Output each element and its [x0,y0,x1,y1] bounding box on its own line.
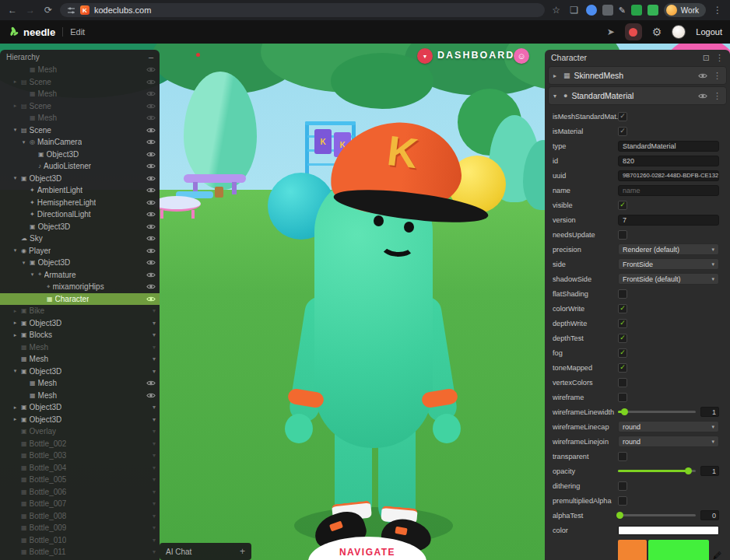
hierarchy-row[interactable]: ▦ Bottle_004 ▾ [0,462,160,474]
row-chevron-icon[interactable]: ▾ [153,440,156,447]
side-panel-icon[interactable]: ❏ [568,5,581,16]
slider-value[interactable]: 1 [700,466,719,476]
hierarchy-row[interactable]: ▣ Overlay ▾ [0,425,160,438]
visibility-eye-icon[interactable] [698,93,707,100]
hierarchy-row[interactable]: ▦ Mesh ▾ [0,377,160,390]
slider-track[interactable] [618,470,696,472]
hierarchy-row[interactable]: ▾ ▣ Object3D ▾ [0,257,160,269]
property-slider[interactable]: 1 [618,466,719,476]
logout-button[interactable]: Logout [696,27,722,37]
visibility-eye-icon[interactable] [146,187,156,194]
chevron-right-icon[interactable]: ▸ [553,72,560,79]
property-input[interactable]: 9B701260-0282-448D-BDFB-CE1326 [618,170,719,181]
hierarchy-row[interactable]: ▦ Bottle_005 ▾ [0,474,160,486]
property-checkbox[interactable]: ✓ [618,452,627,461]
expand-chevron-icon[interactable]: ▸ [12,404,19,411]
slider-value[interactable]: 0 [700,510,719,520]
property-input[interactable]: 7 [618,215,719,226]
visibility-eye-icon[interactable] [146,380,156,387]
hierarchy-row[interactable]: ✦ AmbientLight ▾ [0,184,160,197]
component-skinnedmesh[interactable]: ▸ ▦ SkinnedMesh ⋮ [548,66,727,85]
texture-swatch-orange[interactable] [618,540,647,560]
visibility-eye-icon[interactable] [146,79,156,86]
property-checkbox[interactable]: ✓ [618,304,627,313]
row-chevron-icon[interactable]: ▾ [153,428,156,435]
expand-chevron-icon[interactable]: ▾ [29,271,36,278]
site-info-icon[interactable] [67,6,75,15]
hierarchy-row[interactable]: ▦ Mesh ▾ [0,64,160,76]
slider-track[interactable] [618,514,696,516]
property-input[interactable]: 820 [618,156,719,166]
hierarchy-row[interactable]: ▦ Mesh ▾ [0,390,160,402]
expand-chevron-icon[interactable]: ▾ [20,260,27,266]
property-checkbox[interactable]: ✓ [618,201,627,210]
visibility-eye-icon[interactable] [146,271,156,278]
row-chevron-icon[interactable]: ▾ [153,452,156,459]
hierarchy-row[interactable]: ▣ Object3D ▾ [0,221,160,233]
expand-chevron-icon[interactable]: ▾ [20,139,27,145]
hierarchy-row[interactable]: ▦ Mesh ▾ [0,112,160,124]
browser-profile-chip[interactable]: Work [664,3,706,17]
property-slider[interactable]: 0 [618,510,719,520]
visibility-eye-icon[interactable] [146,235,156,242]
visibility-eye-icon[interactable] [146,138,156,145]
hierarchy-row[interactable]: ▦ Bottle_008 ▾ [0,510,160,523]
slider-track[interactable] [618,411,696,413]
visibility-eye-icon[interactable] [146,163,156,170]
ai-chat-add-icon[interactable]: + [240,546,245,557]
property-checkbox[interactable]: ✓ [618,363,627,373]
hierarchy-row[interactable]: ▸ ▣ Bike ▾ [0,305,160,317]
expand-chevron-icon[interactable]: ▾ [12,175,19,181]
visibility-eye-icon[interactable] [146,103,156,110]
expand-chevron-icon[interactable]: ▸ [12,103,19,109]
dashboard-filter-button[interactable]: ▼ [417,48,433,64]
property-checkbox[interactable]: ✓ [618,481,627,491]
property-checkbox[interactable]: ✓ [618,496,627,506]
hierarchy-row[interactable]: ▦ Bottle_006 ▾ [0,486,160,499]
row-chevron-icon[interactable]: ▾ [153,513,156,520]
component-menu-icon[interactable]: ⋮ [713,71,721,81]
visibility-eye-icon[interactable] [146,114,156,121]
hierarchy-row[interactable]: ▦ Bottle_003 ▾ [0,450,160,462]
row-chevron-icon[interactable]: ▾ [153,331,156,338]
visibility-eye-icon[interactable] [146,199,156,206]
hierarchy-row[interactable]: ▦ Bottle_007 ▾ [0,498,160,510]
hierarchy-row[interactable]: ▦ Bottle_002 ▾ [0,438,160,450]
visibility-eye-icon[interactable] [146,392,156,399]
extension-icon-4[interactable] [648,5,658,16]
hierarchy-row[interactable]: ⌖ mixamorigHips ▾ [0,281,160,293]
pointer-tool-icon[interactable]: ➤ [607,26,615,37]
property-checkbox[interactable]: ✓ [618,393,627,402]
visibility-eye-icon[interactable] [146,211,156,218]
row-chevron-icon[interactable]: ▾ [153,488,156,495]
visibility-eye-icon[interactable] [698,72,707,79]
extension-icon-2[interactable] [602,5,613,16]
settings-gear-icon[interactable]: ⚙ [652,26,662,38]
property-checkbox[interactable]: ✓ [618,378,627,387]
visibility-eye-icon[interactable] [146,90,156,97]
hierarchy-row[interactable]: ▦ Bottle_010 ▾ [0,534,160,547]
inspector-menu-icon[interactable]: ⋮ [715,53,724,63]
visibility-eye-icon[interactable] [146,66,156,73]
hierarchy-row[interactable]: ▸ ▤ Scene ▾ [0,100,160,113]
property-dropdown[interactable]: round▾ [618,421,719,432]
hierarchy-row[interactable]: ▾ ▤ Scene ▾ [0,124,160,137]
texture-picker-icon[interactable]: 🖉 [711,540,724,560]
dashboard-label[interactable]: DASHBOARD [437,50,514,61]
address-bar[interactable]: K kodeclubs.com [60,3,545,17]
row-chevron-icon[interactable]: ▾ [153,307,156,314]
property-dropdown[interactable]: FrontSide (default)▾ [618,273,719,285]
hierarchy-row[interactable]: ✦ HemisphereLight ▾ [0,197,160,209]
row-chevron-icon[interactable]: ▾ [153,524,156,531]
expand-chevron-icon[interactable]: ▸ [12,320,19,326]
property-checkbox[interactable]: ✓ [618,112,627,121]
component-menu-icon[interactable]: ⋮ [713,91,721,101]
hierarchy-row[interactable]: ✦ DirectionalLight ▾ [0,208,160,221]
row-chevron-icon[interactable]: ▾ [153,476,156,483]
expand-chevron-icon[interactable]: ▸ [12,308,19,314]
hierarchy-row[interactable]: ☁ Sky ▾ [0,233,160,245]
hierarchy-row[interactable]: ▣ Object3D ▾ [0,149,160,161]
row-chevron-icon[interactable]: ▾ [153,355,156,362]
property-dropdown[interactable]: round▾ [618,436,719,447]
component-standardmaterial[interactable]: ▾ ● StandardMaterial ⋮ [548,86,727,105]
